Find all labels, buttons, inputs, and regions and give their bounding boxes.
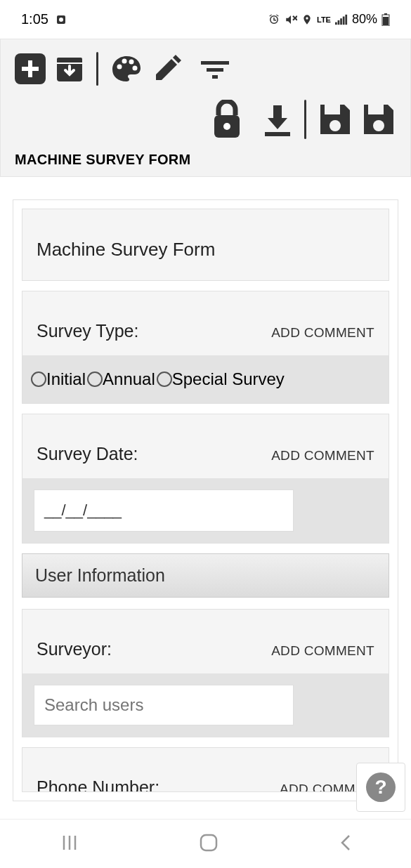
location-icon bbox=[301, 13, 313, 26]
status-time: 1:05 bbox=[21, 11, 48, 27]
toolbar-divider bbox=[304, 100, 306, 139]
signal-icon bbox=[335, 14, 348, 25]
survey-type-options: Initial Annual Special Survey bbox=[22, 355, 389, 403]
svg-point-13 bbox=[117, 65, 122, 70]
svg-rect-17 bbox=[201, 61, 229, 65]
palette-icon[interactable] bbox=[110, 52, 143, 86]
svg-rect-9 bbox=[383, 17, 389, 25]
user-info-section-header: User Information bbox=[22, 553, 389, 598]
form-title: Machine Survey Form bbox=[37, 239, 374, 261]
svg-point-16 bbox=[133, 66, 138, 71]
svg-rect-2 bbox=[335, 22, 337, 25]
surveyor-search-input[interactable] bbox=[34, 685, 294, 725]
radio-icon bbox=[87, 371, 103, 387]
toolbar-divider bbox=[96, 52, 98, 86]
svg-rect-23 bbox=[265, 132, 290, 136]
filter-icon[interactable] bbox=[198, 58, 232, 79]
phone-card: Phone Number: ADD COMMEN bbox=[22, 747, 389, 792]
svg-point-25 bbox=[330, 120, 341, 131]
edit-icon[interactable] bbox=[152, 53, 183, 84]
survey-date-label: Survey Date: bbox=[37, 444, 138, 464]
radio-annual[interactable]: Annual bbox=[87, 369, 155, 389]
svg-rect-24 bbox=[325, 105, 340, 114]
svg-point-1 bbox=[59, 18, 63, 22]
svg-rect-19 bbox=[212, 75, 218, 79]
survey-type-card: Survey Type: ADD COMMENT Initial Annual … bbox=[22, 291, 389, 404]
survey-type-label: Survey Type: bbox=[37, 321, 138, 341]
phone-label: Phone Number: bbox=[37, 777, 159, 792]
nav-bar bbox=[0, 819, 411, 868]
svg-rect-18 bbox=[207, 68, 223, 72]
svg-rect-6 bbox=[345, 14, 347, 24]
header-toolbar: MACHINE SURVEY FORM bbox=[0, 39, 411, 177]
form-container: Machine Survey Form Survey Type: ADD COM… bbox=[13, 199, 398, 801]
alarm-icon bbox=[268, 13, 280, 26]
form-title-card: Machine Survey Form bbox=[22, 209, 389, 281]
status-bar: 1:05 LTE 80% bbox=[0, 0, 411, 39]
help-icon: ? bbox=[366, 772, 396, 802]
radio-icon bbox=[31, 371, 46, 387]
add-comment-button[interactable]: ADD COMMENT bbox=[271, 448, 374, 463]
svg-rect-5 bbox=[343, 16, 345, 25]
add-comment-button[interactable]: ADD COMMENT bbox=[271, 325, 374, 341]
add-icon[interactable] bbox=[15, 53, 46, 84]
svg-rect-22 bbox=[273, 105, 282, 119]
radio-icon bbox=[157, 371, 172, 387]
survey-date-input[interactable]: __/__/____ bbox=[34, 489, 294, 532]
download-archive-icon[interactable] bbox=[54, 53, 85, 84]
back-button[interactable] bbox=[338, 833, 352, 855]
radio-label: Special Survey bbox=[172, 369, 285, 389]
svg-rect-26 bbox=[368, 105, 384, 114]
header-title: MACHINE SURVEY FORM bbox=[15, 152, 396, 168]
help-button[interactable]: ? bbox=[356, 763, 405, 812]
svg-rect-31 bbox=[201, 835, 216, 850]
save-alt-icon[interactable] bbox=[361, 102, 396, 137]
mute-icon bbox=[285, 13, 297, 26]
surveyor-label: Surveyor: bbox=[37, 639, 112, 659]
save-icon[interactable] bbox=[318, 102, 353, 137]
svg-point-15 bbox=[129, 60, 134, 65]
svg-rect-12 bbox=[22, 67, 39, 71]
battery-percent: 80% bbox=[352, 12, 377, 27]
svg-rect-4 bbox=[340, 18, 342, 25]
battery-icon bbox=[381, 13, 390, 26]
lock-icon[interactable] bbox=[210, 100, 244, 139]
download-icon[interactable] bbox=[262, 103, 293, 136]
svg-point-21 bbox=[223, 123, 230, 130]
svg-rect-3 bbox=[338, 20, 340, 24]
recent-apps-button[interactable] bbox=[60, 833, 79, 855]
surveyor-card: Surveyor: ADD COMMENT bbox=[22, 609, 389, 737]
survey-date-card: Survey Date: ADD COMMENT __/__/____ bbox=[22, 414, 389, 544]
svg-point-14 bbox=[122, 59, 127, 64]
status-clock-icon bbox=[56, 14, 67, 25]
add-comment-button[interactable]: ADD COMMENT bbox=[271, 643, 374, 659]
radio-label: Initial bbox=[46, 369, 86, 389]
radio-special[interactable]: Special Survey bbox=[157, 369, 285, 389]
home-button[interactable] bbox=[198, 832, 219, 856]
lte-label: LTE bbox=[317, 15, 331, 24]
svg-point-27 bbox=[373, 120, 384, 131]
radio-initial[interactable]: Initial bbox=[31, 369, 86, 389]
radio-label: Annual bbox=[103, 369, 155, 389]
